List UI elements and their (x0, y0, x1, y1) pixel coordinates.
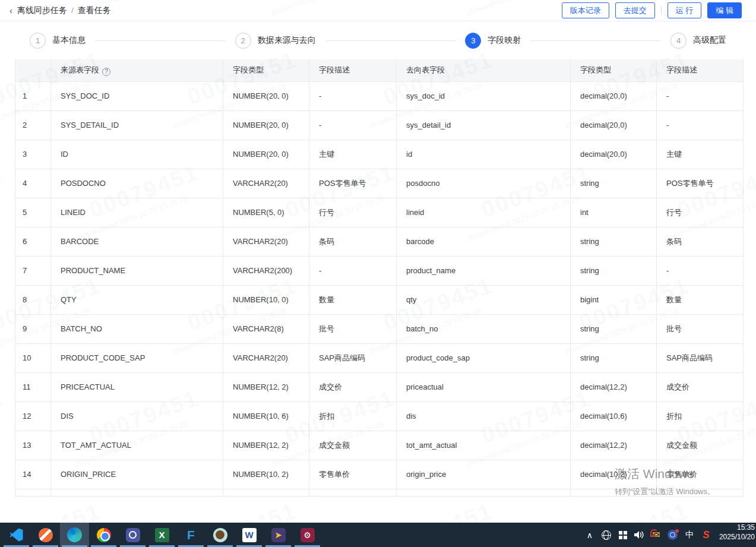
step-number: 3 (465, 33, 481, 49)
sogou-input-icon[interactable]: S (699, 523, 713, 547)
step-connector (325, 40, 456, 41)
chrome-icon[interactable] (89, 523, 118, 547)
cell-col-5: string (571, 343, 657, 372)
run-button[interactable]: 运 行 (668, 2, 702, 18)
row-index: 6 (15, 227, 51, 256)
mail-icon[interactable]: ✉ (649, 523, 663, 547)
row-index: 5 (15, 198, 51, 227)
cell-col-1: BARCODE (51, 227, 223, 256)
cell-col-2: NUMBER(20, 0) (223, 110, 309, 140)
step-2[interactable]: 2数据来源与去向 (235, 33, 316, 49)
row-index: 7 (15, 256, 51, 285)
step-4[interactable]: 4高级配置 (670, 33, 726, 49)
cell-col-2: NUMBER(20, 0) (223, 140, 309, 169)
network-globe-icon[interactable] (599, 523, 613, 547)
step-label: 字段映射 (488, 35, 521, 46)
cell-col-3: - (309, 256, 397, 285)
database-app-icon[interactable]: ⚙ (293, 523, 322, 547)
cell-col-3: 零售单价 (309, 460, 397, 489)
cell-col-2: NUMBER(5, 0) (223, 198, 309, 227)
blue-app-icon[interactable] (118, 523, 147, 547)
word-icon[interactable]: W (235, 523, 264, 547)
cell-col-1: PRICEACTUAL (51, 372, 223, 401)
ime-chinese-icon[interactable]: 中 (682, 523, 697, 547)
edge-icon[interactable] (60, 523, 89, 547)
help-icon[interactable]: ? (102, 68, 110, 76)
chevron-up-icon[interactable]: ∧ (583, 523, 597, 547)
cell-col-1: DIS (51, 401, 223, 431)
cell-col-4: batch_no (397, 314, 571, 343)
back-icon[interactable]: ‹ (10, 5, 12, 15)
vscode-icon[interactable] (2, 523, 31, 547)
cell-col-3: SAP商品编码 (309, 343, 397, 372)
edit-button[interactable]: 编 辑 (707, 2, 742, 18)
cell-col-5: decimal(10,2) (571, 460, 657, 489)
cell-col-3: - (309, 110, 397, 140)
windows-taskbar: XFW➤⚙ ∧✉中S 15:35 2025/10/20 (0, 523, 756, 547)
cell-col-5: string (571, 256, 657, 285)
row-index: 2 (15, 110, 51, 140)
row-index: 13 (15, 431, 51, 460)
cell-empty (309, 489, 397, 496)
cell-col-6: - (657, 81, 744, 110)
cell-col-4: sys_detail_id (397, 110, 571, 140)
step-1[interactable]: 1基本信息 (30, 33, 86, 49)
taskbar-clock[interactable]: 15:35 2025/10/20 (716, 523, 756, 547)
clock-time: 15:35 (719, 523, 755, 532)
step-number: 4 (670, 33, 687, 49)
header-actions: 版本记录 去提交 运 行 编 辑 (562, 2, 746, 18)
cell-col-1: TOT_AMT_ACTUAL (51, 431, 223, 460)
folder-app-icon[interactable]: F (176, 523, 205, 547)
table-row: 14ORIGIN_PRICENUMBER(10, 2)零售单价origin_pr… (15, 460, 744, 489)
orange-app-icon[interactable] (31, 523, 60, 547)
step-3[interactable]: 3字段映射 (465, 33, 521, 49)
row-index: 9 (15, 314, 51, 343)
cell-col-6: SAP商品编码 (657, 343, 744, 372)
row-index: 11 (15, 372, 51, 401)
cell-col-3: 批号 (309, 314, 397, 343)
header-index-col (15, 59, 51, 81)
top-bar: ‹ 离线同步任务 / 查看任务 版本记录 去提交 运 行 编 辑 (0, 0, 756, 21)
cell-col-6: 数量 (657, 285, 744, 314)
yellow-arrow-app-icon[interactable]: ➤ (264, 523, 293, 547)
breadcrumb-root[interactable]: 离线同步任务 (17, 5, 67, 16)
field-mapping-table-wrap: 来源表字段?字段类型字段描述去向表字段字段类型字段描述 1SYS_DOC_IDN… (15, 59, 742, 497)
header-col-2: 字段类型 (223, 59, 309, 81)
version-history-button[interactable]: 版本记录 (562, 2, 609, 18)
task-view-grid-icon[interactable] (616, 523, 630, 547)
cell-col-1: SYS_DETAIL_ID (51, 110, 223, 140)
wizard-stepper: 1基本信息2数据来源与去向3字段映射4高级配置 (0, 21, 756, 59)
cell-col-3: 成交价 (309, 372, 397, 401)
cell-col-1: ORIGIN_PRICE (51, 460, 223, 489)
row-index: 10 (15, 343, 51, 372)
row-index: 8 (15, 285, 51, 314)
row-index: 12 (15, 401, 51, 431)
header-col-4: 去向表字段 (397, 59, 571, 81)
cell-col-6: 主键 (657, 140, 744, 169)
volume-icon[interactable] (632, 523, 647, 547)
watermark-tile: 00079451zhujianzhong 2025-10-20 15:35:29 (0, 160, 11, 235)
system-tray: ∧✉中S (583, 523, 716, 547)
cell-col-4: sys_doc_id (397, 81, 571, 110)
cell-col-1: POSDOCNO (51, 169, 223, 198)
watermark-tile: 00079451zhujianzhong 2025-10-20 15:35:29 (380, 498, 501, 523)
cell-col-4: origin_price (397, 460, 571, 489)
cell-col-6: 条码 (657, 227, 744, 256)
offline-sync-task-view-page: ‹ 离线同步任务 / 查看任务 版本记录 去提交 运 行 编 辑 1基本信息2数… (0, 0, 756, 547)
header-col-3: 字段描述 (309, 59, 397, 81)
table-header-row: 来源表字段?字段类型字段描述去向表字段字段类型字段描述 (15, 59, 744, 81)
dbeaver-icon[interactable] (205, 523, 235, 547)
go-submit-button[interactable]: 去提交 (615, 2, 655, 18)
row-index: 3 (15, 140, 51, 169)
cell-col-1: QTY (51, 285, 223, 314)
watermark-tile: 00079451zhujianzhong 2025-10-20 15:35:29 (0, 385, 11, 460)
excel-icon[interactable]: X (147, 523, 176, 547)
breadcrumb-current: 查看任务 (78, 5, 111, 16)
cell-col-4: id (397, 140, 571, 169)
cell-col-6: - (657, 256, 744, 285)
cell-col-3: - (309, 81, 397, 110)
notification-icon[interactable] (666, 523, 680, 547)
table-row: 9BATCH_NOVARCHAR2(8)批号batch_nostring批号 (15, 314, 744, 343)
step-connector (530, 40, 661, 41)
header-col-1: 来源表字段? (51, 59, 223, 81)
